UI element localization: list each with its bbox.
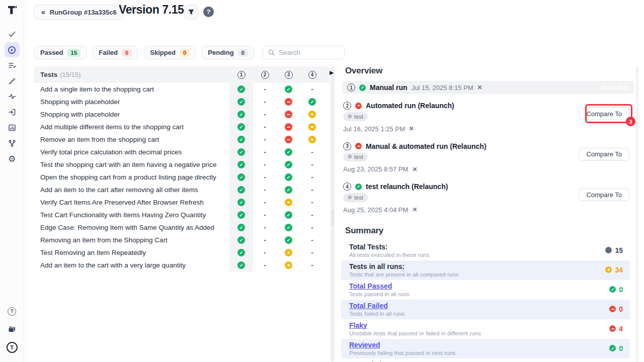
passed-check-icon: ✓ — [237, 261, 245, 269]
sidebar-item-tests-check[interactable] — [5, 27, 20, 42]
sidebar-item-help[interactable]: ? — [5, 304, 20, 319]
status-cell: - — [300, 171, 324, 184]
rungroup-back-label: RunGroup #13a335c6 — [50, 9, 117, 16]
table-row[interactable]: Removing an Item from the Shopping Cart✓… — [34, 234, 330, 246]
run-name: Manual & automated run (Relaunch) — [366, 142, 487, 150]
collapse-panel-icon[interactable]: ▶ — [330, 69, 334, 76]
settings-gear-icon: ⚙ — [8, 155, 16, 163]
status-cell: - — [253, 171, 277, 184]
tests-table-title: Tests — [40, 71, 57, 78]
filter-tab-failed[interactable]: Failed0 — [93, 46, 138, 59]
summary-heading: Summary — [345, 226, 634, 236]
sidebar-item-steps[interactable] — [5, 73, 20, 88]
sidebar-item-import[interactable] — [5, 105, 20, 120]
passed-check-icon: ✓ — [285, 186, 292, 194]
help-icon[interactable]: ? — [203, 7, 214, 17]
tests-table-count: (15/15) — [60, 71, 80, 78]
run-tag-chip: ⚙test — [343, 112, 368, 121]
table-row[interactable]: Verify Cart Items Are Preserved After Br… — [34, 196, 330, 209]
no-status-dash: - — [311, 236, 313, 244]
test-name: Add multiple different items to the shop… — [40, 123, 184, 131]
sidebar-item-runs-play[interactable] — [5, 42, 20, 57]
failed-minus-icon — [285, 98, 292, 106]
summary-label: Tests in all runs: — [349, 262, 458, 270]
summary-label: Total Tests: — [349, 243, 429, 251]
compare-to-button[interactable]: Compare To — [579, 148, 629, 161]
table-row[interactable]: Test Removing an Item Repeatedly✓-- — [34, 246, 330, 259]
filter-button[interactable] — [184, 5, 198, 20]
status-cell: - — [253, 108, 277, 121]
status-cell — [277, 121, 300, 133]
sidebar-item-pulse[interactable] — [5, 89, 20, 104]
run-entry[interactable]: 3Manual & automated run (Relaunch)⚙testA… — [342, 141, 634, 175]
filter-tab-pending[interactable]: Pending0 — [202, 46, 254, 59]
remove-run-icon[interactable]: ✕ — [477, 84, 482, 91]
table-row[interactable]: Test Cart Functionality with Items Havin… — [34, 209, 330, 221]
summary-link[interactable]: Revieved — [349, 341, 456, 349]
sidebar-item-account[interactable]: T — [5, 340, 20, 355]
remove-run-icon[interactable]: ✕ — [409, 125, 414, 132]
table-row[interactable]: Add an item to the cart with a very larg… — [34, 259, 330, 272]
table-row[interactable]: Add an item to the cart after removing a… — [34, 184, 330, 196]
filter-tab-passed[interactable]: Passed15 — [34, 46, 87, 59]
summary-link[interactable]: Total Failed — [349, 302, 405, 310]
run-column-headers: 1234 — [229, 71, 324, 79]
status-cells: ✓-✓- — [229, 158, 324, 171]
filter-tab-skipped[interactable]: Skipped0 — [144, 46, 196, 59]
remove-run-icon[interactable]: ✕ — [412, 166, 417, 173]
skipped-dot-icon — [285, 249, 292, 256]
table-row[interactable]: Edge Case: Removing Item with Same Quant… — [34, 221, 330, 234]
panel-resizer[interactable]: ▶ — [331, 66, 335, 362]
compare-to-button[interactable]: Compare To — [579, 188, 629, 201]
funnel-icon — [188, 9, 195, 16]
summary-link[interactable]: Degraded — [349, 360, 454, 362]
compare-to-button[interactable]: Compare To — [579, 107, 629, 120]
test-name: Add a single item to the shopping cart — [40, 85, 154, 93]
passed-check-icon: ✓ — [285, 224, 292, 231]
run-entry-main[interactable]: 1✓Manual runJul 15, 2025 8:15 PM✕Main Ru… — [342, 81, 634, 94]
run-entry[interactable]: 4✓test relaunch (Relaunch)⚙testAug 25, 2… — [342, 182, 634, 216]
table-row[interactable]: Verify total price calculation with deci… — [34, 146, 330, 158]
passed-check-icon: ✓ — [237, 173, 245, 181]
tag-gear-icon: ⚙ — [348, 154, 352, 159]
summary-link[interactable]: Total Passed — [349, 282, 410, 290]
skipped-dot-icon — [308, 136, 316, 143]
scrollbar[interactable] — [636, 66, 638, 362]
table-row[interactable]: Open the shopping cart from a product li… — [34, 171, 330, 184]
circled-number-icon: 3 — [285, 71, 293, 79]
sidebar-item-branches[interactable] — [5, 136, 20, 151]
skipped-dot-icon — [308, 111, 316, 118]
passed-check-icon: ✓ — [359, 84, 366, 91]
test-name: Test Cart Functionality with Items Havin… — [40, 211, 206, 219]
summary-value-group: ✓0 — [609, 344, 623, 352]
table-row[interactable]: Remove an item from the shopping cart✓- — [34, 133, 330, 146]
sidebar-item-analytics[interactable] — [5, 120, 20, 135]
table-row[interactable]: Add a single item to the shopping cart✓-… — [34, 83, 330, 96]
status-cell: - — [300, 209, 324, 221]
sidebar-item-settings-gear[interactable]: ⚙ — [5, 151, 20, 166]
double-chevron-left-icon: « — [41, 8, 45, 16]
status-cell: ✓ — [229, 221, 253, 234]
branches-icon — [8, 139, 16, 147]
table-row[interactable]: Add multiple different items to the shop… — [34, 121, 330, 133]
table-row[interactable]: Shopping with placeholder✓-✓ — [34, 96, 330, 108]
tests-table-body: Add a single item to the shopping cart✓-… — [34, 83, 330, 272]
search-input[interactable] — [279, 49, 339, 56]
tag-gear-icon: ⚙ — [348, 195, 352, 200]
status-cells: ✓-✓- — [229, 171, 324, 184]
sidebar-item-report-list[interactable] — [5, 58, 20, 73]
passed-check-icon: ✓ — [285, 161, 292, 168]
run-entry[interactable]: 2Automated run (Relaunch)⚙testJul 16, 20… — [342, 101, 634, 135]
summary-row-text: Total FailedTests failed in all runs — [349, 302, 405, 317]
sidebar-item-projects-folder[interactable] — [5, 322, 20, 337]
table-row[interactable]: Shopping with placeholder✓- — [34, 108, 330, 121]
summary-description: Tests passed in all runs — [349, 291, 410, 297]
summary-link[interactable]: Flaky — [349, 321, 481, 329]
skipped-dot-icon — [285, 199, 292, 206]
test-name: Remove an item from the shopping cart — [40, 136, 159, 143]
remove-run-icon[interactable]: ✕ — [412, 206, 417, 213]
table-row[interactable]: Test the shopping cart with an item havi… — [34, 158, 330, 171]
no-status-dash: - — [264, 249, 266, 256]
rungroup-back-button[interactable]: « RunGroup #13a335c6 — [34, 5, 124, 20]
passed-check-icon: ✓ — [237, 199, 245, 206]
